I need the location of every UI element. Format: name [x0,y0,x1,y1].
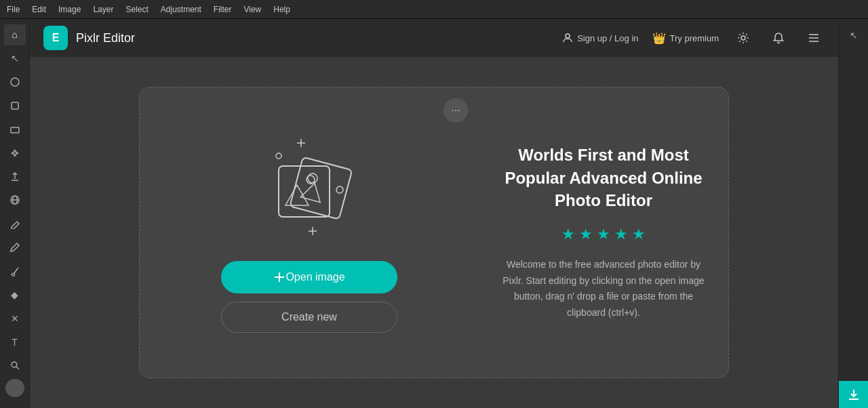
sidebar-move-icon[interactable]: ✥ [4,142,26,163]
top-navbar: E Pixlr Editor Sign up / Log in 👑 Try pr… [30,19,838,57]
sidebar-lasso-icon[interactable] [4,72,26,93]
right-sidebar: ↖ [838,19,868,408]
content-area: E Pixlr Editor Sign up / Log in 👑 Try pr… [30,19,838,408]
svg-point-13 [276,153,281,159]
svg-point-8 [566,34,570,38]
menu-view[interactable]: View [243,5,261,14]
star-1: ★ [561,226,575,243]
star-5: ★ [632,226,646,243]
create-new-button[interactable]: Create new [221,302,397,333]
app-title: Pixlr Editor [76,31,135,45]
dialog-left-panel: ··· [140,87,479,378]
sidebar-shapes-icon[interactable] [4,119,26,140]
avatar [5,379,24,397]
logo-icon: E [43,26,68,50]
right-cursor-icon[interactable]: ↖ [843,24,865,46]
svg-point-0 [11,78,19,86]
sidebar-fill-icon[interactable]: ◆ [4,284,26,305]
tagline-text: Worlds First and Most Popular Advanced O… [499,144,708,212]
svg-point-14 [336,186,343,193]
sidebar-cursor-icon[interactable]: ↖ [4,48,26,69]
sidebar-home-icon[interactable]: ⌂ [4,24,26,45]
try-premium-button[interactable]: 👑 Try premium [652,32,719,45]
welcome-dialog: ··· [139,87,729,378]
photo-stack-illustration [248,132,370,241]
sidebar-globe-icon[interactable] [4,190,26,211]
star-rating: ★ ★ ★ ★ ★ [561,226,646,243]
signup-login-button[interactable]: Sign up / Log in [562,33,638,43]
star-3: ★ [597,226,610,243]
svg-point-6 [12,362,17,367]
menu-file[interactable]: File [7,5,20,14]
left-sidebar: ⌂ ↖ ✥ ◆ ✕ T [0,19,30,408]
notifications-button[interactable] [768,27,789,49]
sidebar-upload-icon[interactable] [4,166,26,187]
sidebar-zoom-icon[interactable] [4,355,26,376]
menu-button[interactable] [803,27,825,49]
menu-layer[interactable]: Layer [93,5,113,14]
sidebar-eraser-icon[interactable] [4,213,26,234]
sidebar-text-icon[interactable]: T [4,331,26,352]
user-icon [562,33,573,43]
photo-illustration [248,132,370,241]
menu-select[interactable]: Select [125,5,148,14]
menu-edit[interactable]: Edit [32,5,46,14]
menu-image[interactable]: Image [58,5,81,14]
menu-filter[interactable]: Filter [214,5,232,14]
svg-rect-2 [11,127,19,133]
download-button[interactable] [839,381,869,408]
svg-rect-1 [12,102,18,109]
navbar-actions: Sign up / Log in 👑 Try premium [562,27,825,49]
main-content: ··· [30,57,838,408]
bell-icon [772,32,785,44]
svg-point-9 [741,36,745,40]
menu-help[interactable]: Help [273,5,290,14]
menu-adjustment[interactable]: Adjustment [161,5,201,14]
sidebar-crop-icon[interactable] [4,96,26,117]
hamburger-icon [808,32,820,44]
dialog-right-panel: Worlds First and Most Popular Advanced O… [479,87,728,378]
menu-bar: File Edit Image Layer Select Adjustment … [0,0,868,19]
star-2: ★ [579,226,593,243]
download-icon [848,388,860,401]
plus-icon [273,271,285,283]
description-text: Welcome to the free advanced photo edito… [499,257,708,321]
sidebar-brush-icon[interactable] [4,261,26,282]
main-layout: ⌂ ↖ ✥ ◆ ✕ T [0,19,868,408]
svg-point-22 [308,174,317,183]
star-4: ★ [614,226,628,243]
more-options-button[interactable]: ··· [443,98,468,123]
open-image-button[interactable]: Open image [221,261,397,293]
sidebar-pen-icon[interactable] [4,237,26,258]
sidebar-close-icon[interactable]: ✕ [4,308,26,329]
svg-line-7 [16,367,19,369]
crown-icon: 👑 [652,32,666,45]
settings-button[interactable] [732,27,754,49]
gear-icon [737,32,749,44]
